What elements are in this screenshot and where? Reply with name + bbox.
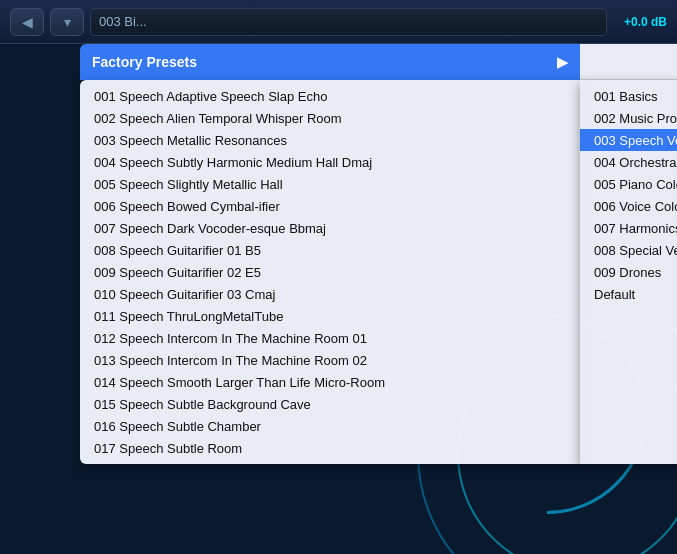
preset-list-item[interactable]: 001 Speech Adaptive Speech Slap Echo [80,85,580,107]
preset-list-item[interactable]: 009 Speech Guitarifier 02 E5 [80,261,580,283]
db-value-text: +0.0 dB [624,15,667,29]
category-header-spacer [580,44,677,80]
category-list-item[interactable]: 006 Voice Colo [580,195,677,217]
preset-list: 001 Speech Adaptive Speech Slap Echo002 … [80,80,580,464]
category-list-item[interactable]: 004 Orchestra [580,151,677,173]
factory-presets-arrow: ▶ [557,54,568,70]
category-list-item[interactable]: 009 Drones [580,261,677,283]
dropdown-button[interactable]: ▾ [50,8,84,36]
preset-list-item[interactable]: 005 Speech Slightly Metallic Hall [80,173,580,195]
factory-presets-label: Factory Presets [92,54,197,70]
category-list-item[interactable]: 003 Speech Ve [580,129,677,151]
back-icon: ◀ [22,14,33,30]
back-button[interactable]: ◀ [10,8,44,36]
category-list-item[interactable]: Default [580,283,677,305]
preset-list-item[interactable]: 003 Speech Metallic Resonances [80,129,580,151]
category-list-item[interactable]: 001 Basics [580,85,677,107]
category-list-item[interactable]: 005 Piano Colo [580,173,677,195]
factory-presets-header[interactable]: Factory Presets ▶ [80,44,580,80]
category-list-item[interactable]: 007 Harmonics [580,217,677,239]
preset-name-text: 003 Bi... [99,14,147,29]
preset-list-item[interactable]: 017 Speech Subtle Room [80,437,580,459]
preset-list-item[interactable]: 012 Speech Intercom In The Machine Room … [80,327,580,349]
preset-list-item[interactable]: 016 Speech Subtle Chamber [80,415,580,437]
preset-list-item[interactable]: 008 Speech Guitarifier 01 B5 [80,239,580,261]
preset-list-item[interactable]: 002 Speech Alien Temporal Whisper Room [80,107,580,129]
preset-list-item[interactable]: 013 Speech Intercom In The Machine Room … [80,349,580,371]
preset-name-display: 003 Bi... [90,8,607,36]
preset-list-item[interactable]: 014 Speech Smooth Larger Than Life Micro… [80,371,580,393]
preset-list-item[interactable]: 011 Speech ThruLongMetalTube [80,305,580,327]
preset-list-item[interactable]: 007 Speech Dark Vocoder-esque Bbmaj [80,217,580,239]
dropdown-overlay: Factory Presets ▶ 001 Speech Adaptive Sp… [80,44,677,464]
category-list-item[interactable]: 002 Music Pro [580,107,677,129]
top-bar: ◀ ▾ 003 Bi... +0.0 dB [0,0,677,44]
category-list-item[interactable]: 008 Special Ve [580,239,677,261]
preset-list-item[interactable]: 010 Speech Guitarifier 03 Cmaj [80,283,580,305]
preset-list-item[interactable]: 004 Speech Subtly Harmonic Medium Hall D… [80,151,580,173]
dropdown-icon: ▾ [64,14,71,30]
preset-list-item[interactable]: 006 Speech Bowed Cymbal-ifier [80,195,580,217]
preset-list-item[interactable]: 015 Speech Subtle Background Cave [80,393,580,415]
category-list: 001 Basics002 Music Pro003 Speech Ve004 … [580,80,677,464]
db-display: +0.0 dB [617,15,667,29]
menu-row: 001 Speech Adaptive Speech Slap Echo002 … [80,80,677,464]
